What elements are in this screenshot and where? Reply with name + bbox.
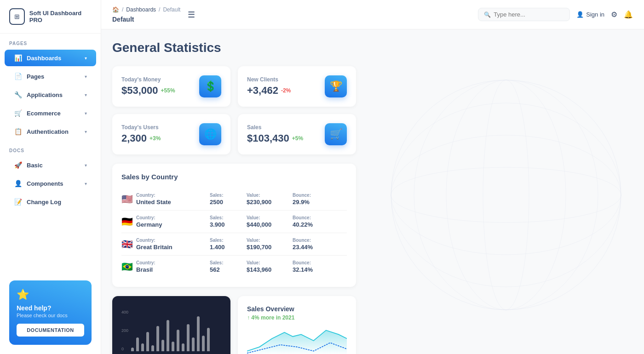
bar: [202, 336, 205, 351]
sidebar-item-changelog[interactable]: 📝 Change Log: [5, 194, 96, 210]
pages-arrow: ▾: [85, 74, 87, 79]
signin-button[interactable]: 👤 Sign in: [576, 11, 604, 18]
sidebar-item-left-applications: 🔧 Applications: [14, 91, 63, 98]
country-label-br: Country:: [136, 260, 210, 265]
sales-value-br: 562: [210, 266, 247, 273]
country-value-us: United State: [136, 199, 210, 206]
flag-us: 🇺🇸: [121, 194, 136, 205]
breadcrumb-separator-2: /: [159, 6, 160, 13]
sidebar-item-dashboards[interactable]: 📊 Dashboards ▾: [5, 50, 96, 66]
value-col-br: Value: $143,960: [247, 260, 293, 273]
stat-icon-users: 🌐: [199, 123, 221, 145]
globe-decoration: // Generate dots for globe effect for(le…: [368, 66, 644, 324]
search-input[interactable]: [494, 11, 564, 18]
sales-col-gb: Sales: 1.400: [210, 238, 247, 251]
svg-point-6: [414, 80, 598, 310]
table-row: 🇬🇧 Country: Great Britain Sales: 1.400 V…: [121, 233, 347, 256]
stat-number-money: $53,000: [121, 85, 158, 97]
sales-value-gb: 1.400: [210, 244, 247, 251]
table-row: 🇺🇸 Country: United State Sales: 2500 Val…: [121, 188, 347, 211]
bounce-label-br: Bounce:: [293, 260, 339, 265]
sidebar-item-left-components: 👤 Components: [14, 180, 63, 187]
sidebar-item-authentication[interactable]: 📋 Authentication ▾: [5, 123, 96, 140]
chart-bars: [131, 310, 210, 351]
stat-card-money: Today's Money $53,000 +55% 💲: [112, 66, 230, 107]
dashboards-icon: 📊: [14, 54, 22, 62]
stat-label-clients: New Clients: [247, 76, 291, 83]
country-col-gb: Country: Great Britain: [136, 238, 210, 251]
topbar-right: 🔍 👤 Sign in ⚙ 🔔: [478, 8, 633, 21]
sidebar-help-box: ⭐ Need help? Please check our docs DOCUM…: [9, 280, 92, 345]
overview-chart: [247, 325, 347, 354]
country-label-us: Country:: [136, 193, 210, 198]
basic-arrow: ▾: [85, 163, 87, 168]
sidebar-item-left-auth: 📋 Authentication: [14, 128, 69, 135]
home-icon: 🏠: [112, 6, 119, 13]
sidebar-item-components[interactable]: 👤 Components ▾: [5, 175, 96, 192]
stat-info-clients: New Clients +3,462 -2%: [247, 76, 291, 97]
sales-col-br: Sales: 562: [210, 260, 247, 273]
sidebar-item-left-changelog: 📝 Change Log: [14, 198, 61, 206]
svg-point-0: [391, 80, 621, 310]
sales-by-country-title: Sales by Country: [121, 173, 347, 181]
value-col-us: Value: $230,900: [247, 193, 293, 206]
country-label-de: Country:: [136, 215, 210, 220]
menu-icon[interactable]: ☰: [188, 10, 195, 20]
bar-chart-card: 400 200 0: [112, 296, 230, 354]
bounce-val-de: 40.22%: [293, 221, 339, 228]
applications-label: Applications: [27, 91, 63, 98]
country-value-de: Germany: [136, 221, 210, 228]
page-subtitle: Default: [112, 16, 134, 23]
value-col-gb: Value: $190,700: [247, 238, 293, 251]
documentation-button[interactable]: DOCUMENTATION: [17, 324, 84, 337]
stat-card-sales: Sales $103,430 +5% 🛒: [238, 114, 356, 154]
chart-inner: 400 200 0: [121, 310, 221, 351]
flag-de: 🇩🇪: [121, 216, 136, 227]
user-icon: 👤: [576, 11, 584, 18]
bounce-col-gb: Bounce: 23.44%: [293, 238, 339, 251]
page-title: General Statistics: [112, 40, 633, 55]
sidebar-item-left-ecommerce: 🛒 Ecommerce: [14, 109, 61, 117]
search-box[interactable]: 🔍: [478, 8, 570, 21]
stat-label-users: Today's Users: [121, 124, 161, 131]
bounce-label-us: Bounce:: [293, 193, 339, 198]
country-col-us: Country: United State: [136, 193, 210, 206]
changelog-icon: 📝: [14, 198, 22, 206]
components-icon: 👤: [14, 180, 22, 187]
breadcrumb-dashboards[interactable]: Dashboards: [126, 6, 156, 13]
stat-value-clients: +3,462 -2%: [247, 85, 291, 97]
bar: [187, 324, 190, 352]
flag-br: 🇧🇷: [121, 261, 136, 272]
bar: [182, 343, 184, 351]
y-label-400: 400: [121, 310, 128, 314]
logo-icon: ⊞: [9, 8, 25, 25]
help-star-icon: ⭐: [17, 289, 84, 301]
sidebar-item-ecommerce[interactable]: 🛒 Ecommerce ▾: [5, 105, 96, 121]
help-title: Need help?: [17, 304, 84, 312]
topbar: 🏠 / Dashboards / Default Default ☰ 🔍 👤 S…: [101, 0, 644, 29]
flag-gb: 🇬🇧: [121, 239, 136, 250]
ecommerce-label: Ecommerce: [27, 110, 61, 117]
svg-point-3: [391, 103, 621, 287]
sidebar-item-basic[interactable]: 🚀 Basic ▾: [5, 157, 96, 173]
settings-icon[interactable]: ⚙: [611, 10, 617, 19]
value-val-de: $440,000: [247, 221, 293, 228]
stat-icon-money: 💲: [199, 75, 221, 97]
dashboards-arrow: ▾: [85, 56, 87, 61]
notifications-icon[interactable]: 🔔: [624, 10, 633, 19]
sidebar-item-applications[interactable]: 🔧 Applications ▾: [5, 86, 96, 103]
stats-grid: Today's Money $53,000 +55% 💲 New Clients…: [112, 66, 356, 154]
applications-arrow: ▾: [85, 92, 87, 97]
stat-card-clients: New Clients +3,462 -2% 🏆: [238, 66, 356, 107]
country-col-de: Country: Germany: [136, 215, 210, 228]
overview-title: Sales Overview: [247, 305, 347, 313]
sidebar-item-pages[interactable]: 📄 Pages ▾: [5, 68, 96, 85]
y-label-0: 0: [121, 347, 128, 351]
bounce-val-us: 29.9%: [293, 199, 339, 206]
stat-label-money: Today's Money: [121, 76, 175, 83]
bar: [151, 345, 154, 351]
svg-point-2: [391, 135, 621, 255]
value-label-de: Value:: [247, 215, 293, 220]
basic-icon: 🚀: [14, 161, 22, 169]
components-arrow: ▾: [85, 181, 87, 186]
